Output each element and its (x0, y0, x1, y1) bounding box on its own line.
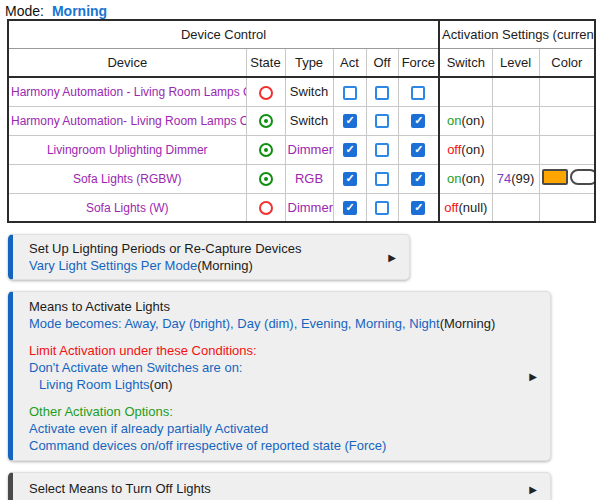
other-options-heading: Other Activation Options: (29, 404, 173, 419)
level-cell (492, 77, 539, 106)
color-cell (539, 77, 595, 106)
off-checkbox[interactable] (375, 86, 389, 100)
state-radio[interactable] (259, 143, 273, 157)
col-header-color: Color (539, 48, 595, 77)
force-command-option-link[interactable]: Command devices on/off irrespective of r… (29, 438, 386, 453)
device-table: Device Control Activation Settings (curr… (7, 19, 596, 223)
force-checkbox[interactable] (411, 143, 425, 157)
mode-becomes-link[interactable]: Mode becomes: Away, Day (bright), Day (d… (29, 316, 440, 331)
level-value: 74 (497, 171, 511, 186)
type-label: Dimmer (288, 142, 334, 157)
type-label: RGB (295, 171, 323, 186)
setup-periods-card[interactable]: Set Up Lighting Periods or Re-Capture De… (8, 234, 410, 280)
vary-mode-suffix: (Morning) (197, 258, 253, 273)
color-swatch-target[interactable] (570, 169, 596, 185)
off-checkbox[interactable] (375, 201, 389, 215)
state-radio[interactable] (259, 172, 273, 186)
col-header-state: State (246, 48, 285, 77)
force-checkbox[interactable] (411, 201, 425, 215)
level-current: (99) (511, 171, 534, 186)
col-header-type: Type (285, 48, 333, 77)
switch-cell[interactable]: off(on) (439, 135, 492, 164)
chevron-right-icon: ▶ (529, 371, 537, 382)
color-cell (539, 106, 595, 135)
color-cell (539, 193, 595, 222)
off-checkbox[interactable] (375, 143, 389, 157)
level-cell[interactable]: 74(99) (492, 164, 539, 193)
device-link[interactable]: Sofa Lights (RGBW) (73, 172, 182, 186)
force-checkbox[interactable] (411, 114, 425, 128)
table-row: Harmony Automation- Living Room Lamps Of… (8, 106, 595, 135)
color-cell (539, 135, 595, 164)
col-header-act: Act (333, 48, 366, 77)
device-link[interactable]: Harmony Automation- Living Room Lamps Of… (11, 114, 246, 128)
mode-label: Mode: (5, 3, 44, 19)
switch-current: (on) (461, 171, 484, 186)
color-swatches[interactable] (542, 169, 596, 185)
chevron-right-icon: ▶ (388, 252, 396, 263)
device-link[interactable]: Harmony Automation - Living Room Lamps O… (11, 85, 246, 99)
table-row: Sofa Lights (RGBW) RGB on(on) 74(99) (8, 164, 595, 193)
turn-off-means-card[interactable]: Select Means to Turn Off Lights ▶ (8, 472, 551, 500)
switch-cell[interactable]: on(on) (439, 106, 492, 135)
device-link[interactable]: Sofa Lights (W) (86, 201, 169, 215)
force-checkbox[interactable] (411, 86, 425, 100)
mode-becomes-current: (Morning) (440, 316, 496, 331)
act-checkbox[interactable] (343, 86, 357, 100)
state-radio[interactable] (259, 114, 273, 128)
mode-link[interactable]: Morning (52, 3, 107, 19)
dont-activate-link[interactable]: Don't Activate when Switches are on: (29, 360, 242, 375)
turn-off-card-title: Select Means to Turn Off Lights (29, 481, 211, 496)
switch-cell (439, 77, 492, 106)
type-label: Dimmer (288, 200, 334, 215)
force-checkbox[interactable] (411, 172, 425, 186)
living-room-lights-state: (on) (150, 377, 173, 392)
column-header-row: Device State Type Act Off Force Switch L… (8, 48, 595, 77)
switch-current: (null) (458, 200, 487, 215)
means-to-activate-card[interactable]: Means to Activate Lights Mode becomes: A… (8, 291, 551, 461)
act-checkbox[interactable] (343, 143, 357, 157)
switch-value: on (447, 171, 461, 186)
switch-cell[interactable]: on(on) (439, 164, 492, 193)
level-cell (492, 135, 539, 164)
state-radio[interactable] (259, 86, 273, 100)
col-header-switch: Switch (439, 48, 492, 77)
col-header-off: Off (366, 48, 398, 77)
table-row: Sofa Lights (W) Dimmer off(null) (8, 193, 595, 222)
color-cell[interactable] (539, 164, 595, 193)
switch-current: (on) (461, 142, 484, 157)
group-header-device-control: Device Control (8, 20, 439, 48)
setup-card-title: Set Up Lighting Periods or Re-Capture De… (29, 241, 301, 256)
table-row: Livingroom Uplighting Dimmer Dimmer off(… (8, 135, 595, 164)
group-header-activation-settings: Activation Settings (current) (439, 20, 595, 48)
type-label: Switch (290, 113, 328, 128)
vary-light-settings-link[interactable]: Vary Light Settings Per Mode (29, 258, 197, 273)
group-header-row: Device Control Activation Settings (curr… (8, 20, 595, 48)
switch-value: off (447, 142, 461, 157)
col-header-level: Level (492, 48, 539, 77)
act-checkbox[interactable] (343, 172, 357, 186)
partial-activate-option-link[interactable]: Activate even if already partially Activ… (29, 421, 268, 436)
activate-card-title: Means to Activate Lights (29, 299, 170, 314)
switch-value: on (447, 113, 461, 128)
device-link[interactable]: Livingroom Uplighting Dimmer (47, 143, 208, 157)
col-header-device: Device (8, 48, 246, 77)
chevron-right-icon: ▶ (529, 483, 537, 494)
switch-cell[interactable]: off(null) (439, 193, 492, 222)
state-radio[interactable] (259, 201, 273, 215)
off-checkbox[interactable] (375, 114, 389, 128)
col-header-force: Force (398, 48, 439, 77)
color-swatch-current[interactable] (542, 169, 568, 185)
act-checkbox[interactable] (343, 114, 357, 128)
level-cell (492, 193, 539, 222)
mode-row: Mode:Morning (0, 0, 601, 19)
act-checkbox[interactable] (343, 201, 357, 215)
level-cell (492, 106, 539, 135)
limit-activation-heading: Limit Activation under these Conditions: (29, 343, 257, 358)
type-label: Switch (290, 84, 328, 99)
living-room-lights-link[interactable]: Living Room Lights (39, 377, 150, 392)
switch-current: (on) (461, 113, 484, 128)
switch-value: off (444, 200, 458, 215)
off-checkbox[interactable] (375, 172, 389, 186)
table-row: Harmony Automation - Living Room Lamps O… (8, 77, 595, 106)
